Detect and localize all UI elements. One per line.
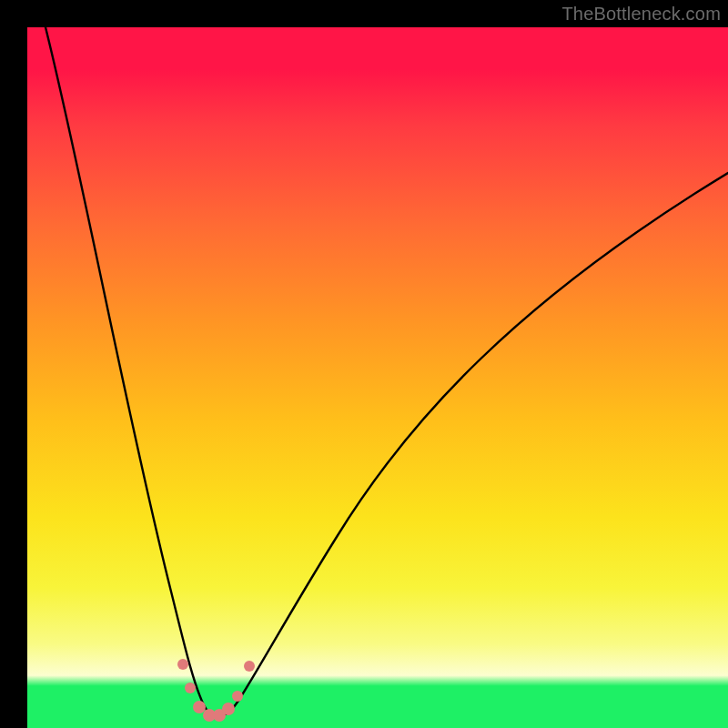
data-point-marker — [177, 659, 188, 670]
bottleneck-curve-left — [46, 27, 218, 716]
bottleneck-curve-right — [218, 173, 728, 716]
chart-svg — [27, 27, 728, 728]
data-point-marker — [203, 709, 216, 722]
data-point-marker — [232, 691, 243, 702]
data-point-marker — [185, 682, 196, 693]
chart-plot-area — [27, 27, 728, 728]
watermark-text: TheBottleneck.com — [561, 4, 721, 25]
chart-frame: TheBottleneck.com — [0, 0, 728, 728]
data-point-marker — [244, 661, 255, 672]
data-point-marker — [222, 703, 235, 715]
data-point-marker — [193, 701, 206, 713]
data-point-marker — [213, 709, 226, 722]
